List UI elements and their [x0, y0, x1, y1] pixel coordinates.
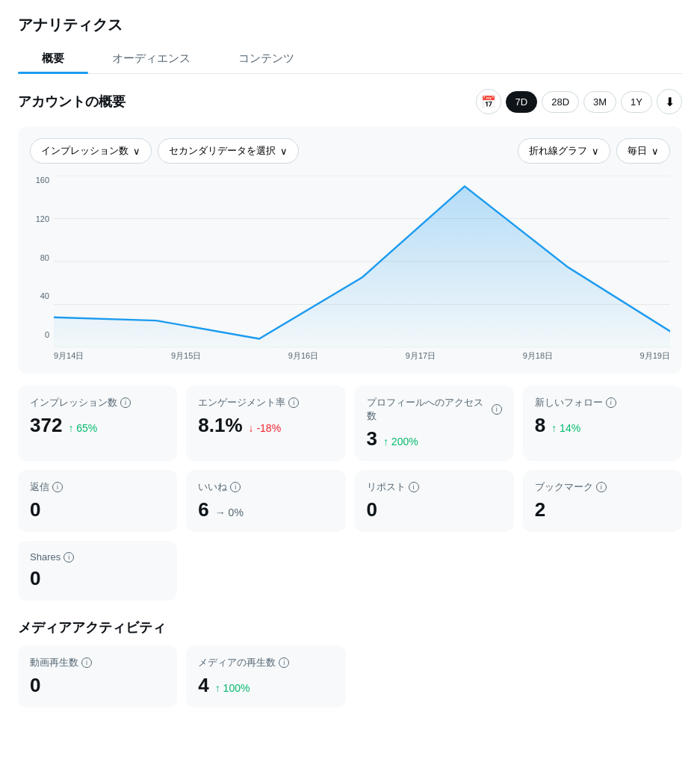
metric-video-plays-value: 0	[30, 674, 165, 697]
time-btn-1y[interactable]: 1Y	[621, 91, 652, 113]
tab-content[interactable]: コンテンツ	[214, 44, 318, 73]
info-icon-impressions[interactable]: i	[120, 397, 131, 408]
metric-reposts-value: 0	[367, 498, 502, 521]
calendar-icon: 📅	[481, 95, 496, 109]
metric-media-views-change: ↑ 100%	[215, 682, 250, 694]
info-icon-shares[interactable]: i	[64, 552, 74, 563]
info-icon-bookmarks[interactable]: i	[596, 482, 607, 492]
metric-bookmarks-value: 2	[535, 498, 670, 521]
info-icon-engagement[interactable]: i	[288, 397, 299, 408]
interval-dropdown[interactable]: 毎日 ∨	[616, 138, 670, 164]
metric-shares-label: Shares i	[30, 551, 165, 563]
metric-impressions: インプレッション数 i 372 ↑ 65%	[18, 385, 177, 461]
chevron-down-icon: ∨	[133, 146, 140, 157]
metric-new-followers-value: 8 ↑ 14%	[535, 414, 670, 437]
metric-media-views-label: メディアの再生数 i	[198, 656, 333, 669]
y-axis-labels: 160 120 80 40 0	[30, 176, 54, 362]
download-button[interactable]: ⬇	[657, 89, 682, 114]
x-axis-labels: 9月14日 9月15日 9月16日 9月17日 9月18日 9月19日	[54, 347, 670, 362]
metrics-row-2: 返信 i 0 いいね i 6 → 0% リポスト i 0 ブックマーク i	[18, 470, 682, 532]
metric-reposts-label: リポスト i	[367, 480, 502, 494]
tab-audience[interactable]: オーディエンス	[88, 44, 214, 73]
metric-impressions-label: インプレッション数 i	[30, 396, 165, 409]
metric-likes-value: 6 → 0%	[198, 498, 333, 521]
chevron-down-icon-3: ∨	[592, 146, 599, 157]
chevron-down-icon-4: ∨	[651, 146, 659, 157]
metric-replies: 返信 i 0	[18, 470, 177, 532]
time-btn-28d[interactable]: 28D	[542, 91, 579, 113]
info-icon-reposts[interactable]: i	[409, 482, 419, 492]
tab-overview[interactable]: 概要	[18, 44, 88, 73]
info-icon-replies[interactable]: i	[52, 482, 63, 492]
metric-bookmarks: ブックマーク i 2	[523, 470, 682, 532]
metric-profile-access-label: プロフィールへのアクセス数 i	[367, 396, 502, 423]
metric-video-plays: 動画再生数 i 0	[18, 645, 177, 707]
chart-container: インプレッション数 ∨ セカンダリデータを選択 ∨ 折れ線グラフ ∨ 毎日 ∨ …	[18, 126, 682, 374]
metric-new-followers-change: ↑ 14%	[551, 422, 580, 434]
section-title: アカウントの概要	[18, 93, 126, 111]
metric-engagement: エンゲージメント率 i 8.1% ↓ -18%	[186, 385, 345, 461]
metric-bookmarks-label: ブックマーク i	[535, 480, 670, 494]
info-icon-likes[interactable]: i	[230, 482, 241, 492]
metric-media-views-value: 4 ↑ 100%	[198, 674, 333, 697]
metric-profile-access-value: 3 ↑ 200%	[367, 427, 502, 450]
metric-media-views: メディアの再生数 i 4 ↑ 100%	[186, 645, 345, 707]
metric-shares-value: 0	[30, 567, 165, 590]
chart-toolbar: インプレッション数 ∨ セカンダリデータを選択 ∨ 折れ線グラフ ∨ 毎日 ∨	[30, 138, 670, 164]
metric-engagement-label: エンゲージメント率 i	[198, 396, 333, 409]
info-icon-video-plays[interactable]: i	[81, 657, 92, 668]
page-title: アナリティクス	[18, 15, 682, 35]
chart-toolbar-left: インプレッション数 ∨ セカンダリデータを選択 ∨	[30, 138, 299, 164]
metric-replies-label: 返信 i	[30, 480, 165, 494]
metric-shares: Shares i 0	[18, 541, 177, 601]
download-icon: ⬇	[665, 95, 675, 109]
primary-metric-dropdown[interactable]: インプレッション数 ∨	[30, 138, 152, 164]
tabs-container: 概要 オーディエンス コンテンツ	[18, 44, 682, 74]
metric-likes: いいね i 6 → 0%	[186, 470, 345, 532]
info-icon-media-views[interactable]: i	[279, 657, 289, 668]
metric-engagement-change: ↓ -18%	[249, 422, 282, 434]
metrics-row-3: Shares i 0	[18, 541, 682, 601]
info-icon-profile-access[interactable]: i	[492, 404, 502, 415]
info-icon-new-followers[interactable]: i	[606, 397, 616, 408]
calendar-button[interactable]: 📅	[476, 89, 501, 114]
metric-new-followers: 新しいフォロー i 8 ↑ 14%	[523, 385, 682, 461]
metric-likes-label: いいね i	[198, 480, 333, 494]
metric-impressions-value: 372 ↑ 65%	[30, 414, 165, 437]
metrics-row-1: インプレッション数 i 372 ↑ 65% エンゲージメント率 i 8.1% ↓…	[18, 385, 682, 461]
line-chart	[54, 176, 670, 347]
metric-new-followers-label: 新しいフォロー i	[535, 396, 670, 409]
metric-reposts: リポスト i 0	[355, 470, 514, 532]
metric-engagement-value: 8.1% ↓ -18%	[198, 414, 333, 437]
chart-area: 9月14日 9月15日 9月16日 9月17日 9月18日 9月19日	[54, 176, 670, 362]
chart-type-dropdown[interactable]: 折れ線グラフ ∨	[518, 138, 610, 164]
metric-video-plays-label: 動画再生数 i	[30, 656, 165, 669]
media-section-title: メディアアクティビティ	[18, 619, 682, 637]
chevron-down-icon-2: ∨	[280, 146, 288, 157]
chart-toolbar-right: 折れ線グラフ ∨ 毎日 ∨	[518, 138, 670, 164]
time-controls: 📅 7D 28D 3M 1Y ⬇	[476, 89, 682, 114]
metrics-media: 動画再生数 i 0 メディアの再生数 i 4 ↑ 100%	[18, 645, 682, 707]
secondary-metric-dropdown[interactable]: セカンダリデータを選択 ∨	[158, 138, 299, 164]
metric-replies-value: 0	[30, 498, 165, 521]
time-btn-3m[interactable]: 3M	[583, 91, 616, 113]
svg-marker-5	[54, 186, 670, 347]
time-btn-7d[interactable]: 7D	[506, 91, 538, 113]
metric-profile-access-change: ↑ 200%	[383, 436, 418, 447]
section-header: アカウントの概要 📅 7D 28D 3M 1Y ⬇	[18, 89, 682, 114]
metric-impressions-change: ↑ 65%	[68, 422, 97, 434]
metric-profile-access: プロフィールへのアクセス数 i 3 ↑ 200%	[355, 385, 514, 461]
metric-likes-change: → 0%	[215, 507, 244, 518]
